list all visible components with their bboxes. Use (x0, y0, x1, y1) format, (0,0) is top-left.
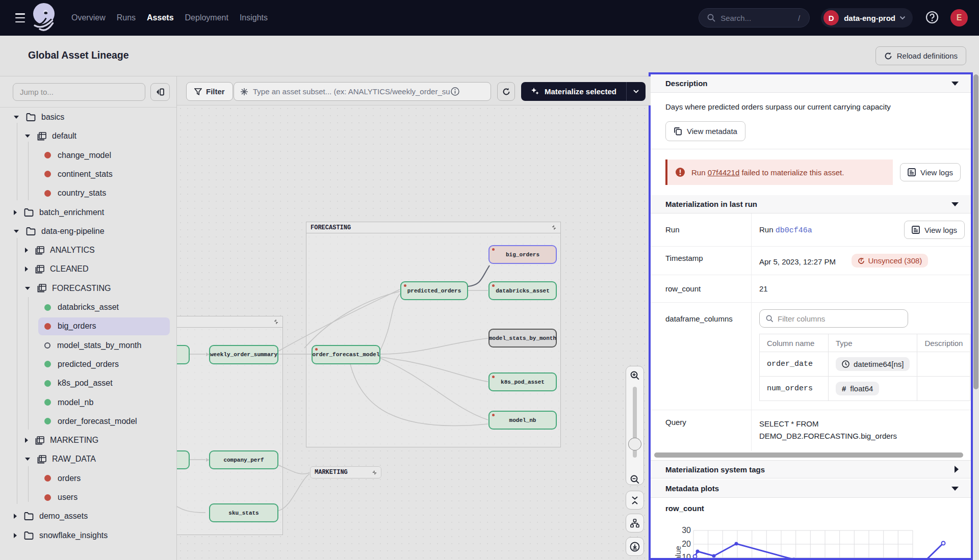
svg-text:20: 20 (682, 540, 691, 548)
svg-text:10: 10 (682, 553, 691, 559)
svg-text:30: 30 (682, 526, 691, 535)
svg-text:Value: Value (674, 546, 682, 559)
